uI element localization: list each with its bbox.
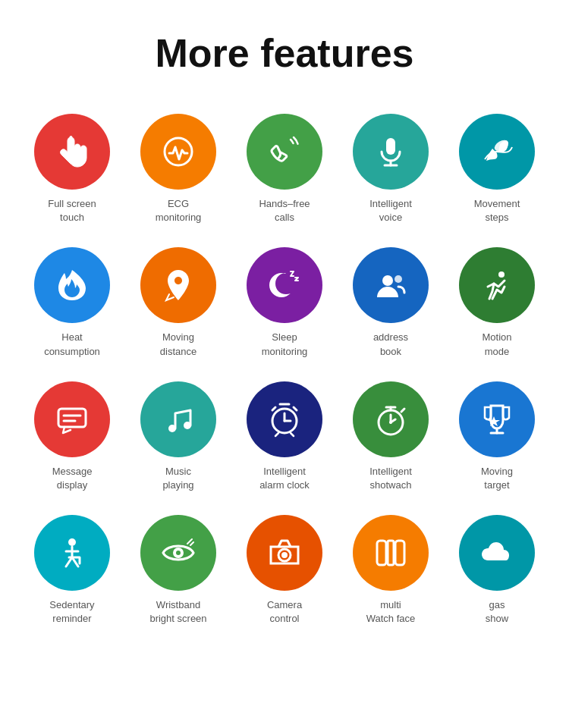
- feature-intelligent-alarm-clock: Intelligent alarm clock: [239, 381, 330, 492]
- message-display-label: Message display: [52, 465, 93, 492]
- feature-address-book: address book: [345, 247, 436, 358]
- movement-steps-icon: [459, 114, 535, 190]
- feature-message-display: Message display: [27, 381, 118, 492]
- svg-point-0: [165, 138, 192, 165]
- svg-rect-8: [58, 409, 86, 427]
- sedentary-reminder-label: Sedentary reminder: [49, 598, 94, 626]
- svg-point-6: [395, 275, 402, 283]
- svg-point-23: [68, 538, 76, 546]
- gas-show-label: gas show: [486, 598, 508, 626]
- full-screen-touch-icon: [34, 114, 110, 190]
- message-display-icon: [34, 381, 110, 457]
- sedentary-reminder-icon: [34, 515, 110, 591]
- motion-mode-icon: [459, 247, 535, 323]
- camera-control-icon: [247, 515, 322, 591]
- moving-distance-icon: [140, 247, 216, 323]
- svg-rect-28: [377, 541, 386, 565]
- heat-consumption-icon: [34, 247, 110, 323]
- intelligent-voice-icon: [353, 114, 429, 190]
- svg-point-11: [168, 425, 176, 432]
- intelligent-alarm-clock-icon: [247, 381, 322, 457]
- feature-intelligent-shotwach: Intelligent shotwach: [345, 381, 436, 492]
- feature-heat-consumption: Heat consumption: [27, 247, 118, 358]
- feature-moving-target: Moving target: [451, 381, 542, 492]
- svg-rect-1: [386, 138, 395, 155]
- feature-gas-show: gas show: [451, 515, 542, 626]
- svg-point-5: [382, 275, 393, 286]
- svg-point-12: [184, 422, 191, 429]
- svg-point-27: [281, 552, 288, 558]
- intelligent-shotwach-label: Intelligent shotwach: [369, 465, 412, 492]
- svg-rect-30: [395, 541, 404, 565]
- feature-full-screen-touch: Full screen touch: [27, 114, 118, 224]
- movement-steps-label: Movement steps: [474, 197, 520, 224]
- feature-camera-control: Camera control: [239, 515, 330, 626]
- hands-free-calls-label: Hands–free calls: [259, 197, 310, 224]
- music-playing-icon: [140, 381, 216, 457]
- motion-mode-label: Motion mode: [482, 331, 511, 358]
- wristband-bright-screen-label: Wristband bright screen: [149, 598, 206, 626]
- feature-multi-watch-face: multi Watch face: [345, 515, 436, 626]
- camera-control-label: Camera control: [267, 598, 302, 626]
- ecg-monitoring-icon: [140, 114, 216, 190]
- full-screen-touch-label: Full screen touch: [48, 197, 96, 224]
- feature-moving-distance: Moving distance: [133, 247, 224, 358]
- moving-target-label: Moving target: [481, 465, 513, 492]
- feature-sedentary-reminder: Sedentary reminder: [27, 515, 118, 626]
- feature-motion-mode: Motion mode: [451, 247, 542, 358]
- feature-hands-free-calls: Hands–free calls: [239, 114, 330, 224]
- svg-point-7: [498, 271, 505, 278]
- feature-intelligent-voice: Intelligent voice: [345, 114, 436, 224]
- gas-show-icon: [459, 515, 535, 591]
- feature-movement-steps: Movement steps: [451, 114, 542, 224]
- music-playing-label: Music playing: [162, 465, 193, 492]
- address-book-icon: [353, 247, 429, 323]
- multi-watch-face-icon: [353, 515, 429, 591]
- ecg-monitoring-label: ECG monitoring: [156, 197, 202, 224]
- sleep-monitoring-icon: [247, 247, 322, 323]
- multi-watch-face-label: multi Watch face: [366, 598, 416, 626]
- features-grid: Full screen touchECG monitoringHands–fre…: [27, 114, 542, 626]
- feature-music-playing: Music playing: [133, 381, 224, 492]
- svg-point-25: [176, 551, 181, 555]
- feature-wristband-bright-screen: Wristband bright screen: [133, 515, 224, 626]
- svg-rect-29: [388, 541, 394, 565]
- hands-free-calls-icon: [247, 114, 322, 190]
- intelligent-voice-label: Intelligent voice: [369, 197, 412, 224]
- intelligent-shotwach-icon: [353, 381, 429, 457]
- moving-target-icon: [459, 381, 535, 457]
- svg-point-20: [389, 421, 392, 424]
- address-book-label: address book: [373, 331, 408, 358]
- feature-ecg-monitoring: ECG monitoring: [133, 114, 224, 224]
- intelligent-alarm-clock-label: Intelligent alarm clock: [259, 465, 310, 492]
- page-title: More features: [156, 30, 414, 76]
- heat-consumption-label: Heat consumption: [44, 331, 100, 358]
- wristband-bright-screen-icon: [140, 515, 216, 591]
- sleep-monitoring-label: Sleep monitoring: [262, 331, 308, 358]
- feature-sleep-monitoring: Sleep monitoring: [239, 247, 330, 358]
- moving-distance-label: Moving distance: [160, 331, 196, 358]
